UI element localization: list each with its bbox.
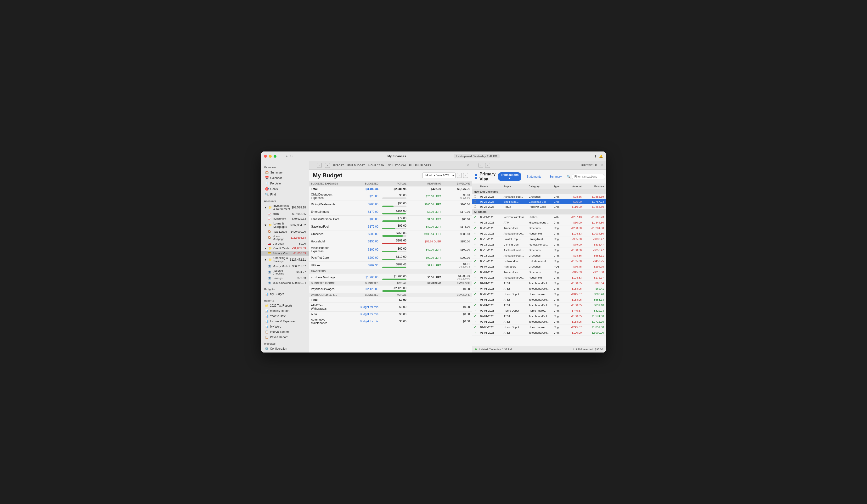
sidebar-account-joint-checking[interactable]: 🏦 Joint Checking $89,805.34 (261, 280, 309, 285)
col-date-header[interactable]: Date ▾ (478, 184, 502, 189)
budget-row[interactable]: Miscellaneous Expenses $100.00 $60.00 $4… (309, 245, 472, 254)
tab-transactions[interactable]: Transactions ▾ (498, 172, 521, 181)
maximize-button[interactable] (274, 155, 277, 158)
table-row[interactable]: ✓ 06-18-2023 Climing Gym Fitness/Perso..… (472, 242, 606, 247)
transfer-row[interactable]: ⇄Home Mortgage $1,200.00 $1,200.00 $0.00… (309, 274, 472, 281)
table-row[interactable]: 06-26-2023 Ashland Food... Groceries Chg… (472, 194, 606, 199)
budget-row[interactable]: Household $150.00 $208.66 $58.66 OVER $1… (309, 238, 472, 245)
sidebar-item-interval-report[interactable]: 📋 Interval Report (262, 329, 308, 334)
sidebar-item-find[interactable]: 🔍 Find (262, 192, 308, 197)
move-cash-button[interactable]: MOVE CASH (368, 164, 384, 167)
sidebar-item-calendar[interactable]: 📅 Calendar (262, 175, 308, 181)
export-button[interactable]: EXPORT (333, 164, 344, 167)
table-row[interactable]: ✓ 02-03-2023 Home Depot Home Improv... C… (472, 308, 606, 313)
table-row[interactable]: ✓ 06-16-2023 Ashland Food Co... Grocerie… (472, 247, 606, 253)
table-row[interactable]: ✓ 03-01-2023 AT&T Telephone/Cellular Chg… (472, 302, 606, 308)
search-input[interactable] (571, 174, 605, 179)
budget-row[interactable]: Entertainment $170.00 $165.00 $5.00 LEFT… (309, 208, 472, 216)
col-type-header[interactable]: Type (552, 184, 565, 189)
budget-nav-next[interactable]: › (325, 163, 330, 168)
budget-close-button[interactable]: ✕ (467, 163, 469, 167)
sidebar-account-primary-visa[interactable]: 💳 Primary Visa -$1,855.59 (261, 251, 309, 256)
sidebar-account-reserve-checking[interactable]: 🏦 Reserve Checking $874.77 (261, 268, 309, 276)
month-next-button[interactable]: › (463, 173, 468, 178)
table-row[interactable]: ✓ 06-07-2023 Hannaford Groceries POS -$7… (472, 264, 606, 269)
budget-row[interactable]: Pets/Pet Care $200.00 $110.00 $90.00 LEF… (309, 254, 472, 261)
income-row[interactable]: Paychecks/Wages $2,129.00 $2,129.00 $0.0… (309, 286, 472, 293)
sidebar-account-money-market[interactable]: 🏦 Money Market $36,715.97 (261, 264, 309, 268)
budget-row[interactable]: Dining/Restaurants $200.00 $95.00 $105.0… (309, 201, 472, 208)
sidebar-account-car-loan[interactable]: 🚗 Car Loan $0.00 (261, 241, 309, 246)
sidebar-item-goals[interactable]: 🎯 Goals (262, 186, 308, 192)
table-row[interactable]: ✓ 02-01-2023 AT&T Telephone/Cellular Chg… (472, 313, 606, 319)
budget-row[interactable]: Groceries $900.00 $766.86 $133.14 LEFT $… (309, 230, 472, 238)
reconcile-button[interactable]: RECONCILE (581, 164, 597, 167)
month-dropdown[interactable]: Month - June 2023 (422, 173, 456, 178)
table-row[interactable]: ✓ 06-19-2023 Falafel Repu... Dining/Rest… (472, 236, 606, 242)
upload-icon[interactable]: ⬆ (594, 154, 597, 158)
tab-summary[interactable]: Summary (546, 174, 565, 179)
minimize-button[interactable] (269, 155, 272, 158)
table-row[interactable]: ✓ 01-03-2023 AT&T Telephone/Cellular Chg… (472, 330, 606, 335)
close-button[interactable] (264, 155, 267, 158)
budget-nav-prev[interactable]: ‹ (317, 163, 322, 168)
budget-row[interactable]: Fitness/Personal Care $80.00 $79.00 $1.0… (309, 216, 472, 223)
notification-icon[interactable]: 🔔 (599, 154, 603, 158)
sidebar-account-home-mortgage[interactable]: 🏠 Home Mortgage -$162,695.68 (261, 234, 309, 241)
unbudgeted-budget-link[interactable]: Budget for this (343, 312, 381, 317)
sidebar-item-portfolio[interactable]: 📊 Portfolio (262, 181, 308, 186)
add-icon[interactable]: ＋ (285, 154, 288, 159)
col-amount-header[interactable]: Amount (565, 184, 584, 189)
right-close-button[interactable]: ✕ (601, 163, 603, 167)
table-row[interactable]: ✓ 06-23-2023 ATM Miscellaneous Expens...… (472, 220, 606, 225)
sidebar-account-investment[interactable]: 📈 Investment $70,629.33 (261, 216, 309, 221)
sidebar-folder-credit[interactable]: ▼ 📁 Credit Cards -$1,855.59 (261, 246, 309, 251)
sidebar-item-payee-report[interactable]: 📋 Payee Report (262, 334, 308, 340)
sidebar-account-real-estate[interactable]: 🏠 Real Estate $400,000.00 (261, 229, 309, 234)
sidebar-account-401k[interactable]: 📈 401K $27,958.85 (261, 212, 309, 216)
edit-budget-button[interactable]: EDIT BUDGET (347, 164, 365, 167)
unbudgeted-row[interactable]: ATM/Cash Withdrawals Budget for this $0.… (309, 303, 472, 312)
col-category-header[interactable]: Category (527, 184, 552, 189)
table-row[interactable]: ✓ 03-01-2023 AT&T Telephone/Cellular Chg… (472, 297, 606, 302)
table-row[interactable]: ✓ 03-03-2023 Home Depot Home Improv... C… (472, 291, 606, 297)
budget-row[interactable]: Child/Dependent Expenses $25.00 $0.00 $2… (309, 192, 472, 201)
table-row[interactable]: ✓ 06-12-2023 Bellwood Vi... Entertainmen… (472, 258, 606, 264)
sidebar-item-my-budget[interactable]: 📊 My Budget (262, 291, 308, 297)
table-row[interactable]: ✓ 04-01-2023 AT&T Telephone/Cellular Chg… (472, 280, 606, 286)
refresh-icon[interactable]: ↻ (290, 154, 293, 158)
table-row[interactable]: ✓ 06-20-2023 Ashland Hardw... Household … (472, 231, 606, 236)
col-payee-header[interactable]: Payee (502, 184, 527, 189)
unbudgeted-row[interactable]: Auto Budget for this $0.00 $0.00 (309, 312, 472, 317)
table-row[interactable]: ✓ 02-01-2023 AT&T Telephone/Cellular Chg… (472, 319, 606, 324)
unbudgeted-budget-link[interactable]: Budget for this (343, 317, 381, 326)
budget-row[interactable]: Gasoline/Fuel $175.00 $95.00 $80.00 LEFT… (309, 223, 472, 230)
sidebar-item-tax-reports[interactable]: 📁 2022 Tax Reports (262, 303, 308, 308)
sidebar-item-configuration[interactable]: ⚙️ Configuration (262, 346, 308, 351)
table-row[interactable]: ✓ 06-22-2023 Trader Joes Groceries Chg. … (472, 225, 606, 231)
right-nav-next[interactable]: › (485, 163, 490, 168)
table-row[interactable]: 06-23-2023 PetCo Pets/Pet Care Chg. -$11… (472, 204, 606, 210)
sidebar-account-savings[interactable]: 🏦 Savings $76.03 (261, 276, 309, 280)
adjust-cash-button[interactable]: ADJUST CASH (387, 164, 406, 167)
tab-statements[interactable]: Statements (524, 174, 544, 179)
table-row[interactable]: 06-26-2023 Shell #vac... Gasoline/Fuel C… (472, 199, 606, 204)
sidebar-item-summary[interactable]: 🏠 Summary (262, 170, 308, 175)
sidebar-item-year-to-date[interactable]: 📊 Year to Date (262, 313, 308, 319)
table-row[interactable]: ✓ 06-13-2023 Ashland Food Co... Grocerie… (472, 253, 606, 258)
sidebar-folder-checking[interactable]: ▼ 📁 Checking & Savings $127,472.11 (261, 256, 309, 264)
fill-envelopes-button[interactable]: FILL ENVELOPES (409, 164, 431, 167)
add-transaction-button[interactable]: + (475, 174, 477, 179)
sidebar-folder-investments[interactable]: ▼ 📁 Investments & Retirement $98,588.18 (261, 203, 309, 212)
sidebar-folder-loans[interactable]: ▼ 📁 Loans & Mortgages $237,304.32 (261, 221, 309, 229)
unbudgeted-row[interactable]: Automotive Maintenance Budget for this $… (309, 317, 472, 326)
budget-row[interactable]: Utilities $209.34 $207.43 $1.91 LEFT $1.… (309, 261, 472, 269)
table-row[interactable]: ✓ 06-04-2023 Trader Joes Groceries Chg. … (472, 269, 606, 275)
table-row[interactable]: ✓ 06-02-2023 Ashland Hardw... Household … (472, 275, 606, 280)
sidebar-item-monthly-report[interactable]: 📊 Monthly Report (262, 308, 308, 313)
right-nav-prev[interactable]: ‹ (479, 163, 483, 168)
month-prev-button[interactable]: ‹ (457, 173, 462, 178)
table-row[interactable]: ✓ 04-01-2023 AT&T Telephone/Cellular Chg… (472, 286, 606, 291)
col-balance-header[interactable]: Balance (584, 184, 606, 189)
unbudgeted-budget-link[interactable]: Budget for this (343, 303, 381, 312)
